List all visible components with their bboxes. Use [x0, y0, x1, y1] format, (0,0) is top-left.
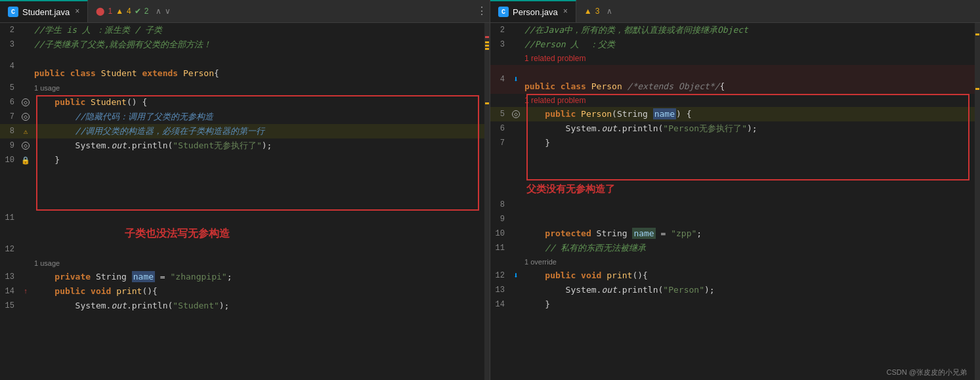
tab-label-person: Person.java: [513, 7, 558, 17]
right-line-14-content: }: [522, 297, 550, 312]
related-problem-inline: 1 related problem: [490, 94, 975, 107]
code-line-7: 7 ◇ //隐藏代码：调用了父类的无参构造: [0, 110, 484, 124]
right-line-7-content: }: [522, 136, 550, 150]
right-code-line-2: 2 //在Java中，所有的类，都默认直接或者间接继承Object: [490, 23, 975, 37]
code-line-8: 8 ⚠ //调用父类的构造器，必须在子类构造器的第一行: [0, 124, 484, 138]
tab-person-java[interactable]: C Person.java ×: [490, 0, 576, 22]
line-4-content: public class Student extends Person{: [32, 52, 219, 81]
right-line-3-content: //Person 人 ：父类: [522, 37, 615, 52]
code-line-13: 13 private String name = "zhangpipi";: [0, 270, 484, 284]
code-line-15: 15 System.out.println("Student");: [0, 299, 484, 313]
right-code-line-7: 7 }: [490, 136, 975, 150]
code-line-14: 14 ↑ public void print(){: [0, 284, 484, 299]
csdn-watermark: CSDN @张皮皮的小兄弟: [887, 368, 967, 377]
gutter-icon-r5: ◇: [512, 110, 520, 118]
right-code-line-10: 10 protected String name = "zpp";: [490, 226, 975, 241]
code-line-5-usage: 5 1 usage: [0, 81, 484, 95]
code-line-9: 9 ◇ System.out.println("Student无参执行了");: [0, 138, 484, 153]
no-constructor-msg: 父类没有无参构造了: [490, 180, 975, 198]
line-6-content: public Student() {: [32, 95, 147, 110]
right-line-6-content: System.out.println("Person无参执行了");: [522, 121, 757, 136]
right-line-12-content: public void print(){: [522, 268, 648, 283]
right-code-line-5: 5 ◇ public Person(String name) {: [490, 107, 975, 121]
annotation-text-left: 子类也没法写无参构造: [0, 225, 484, 242]
line-9-content: System.out.println("Student无参执行了");: [32, 138, 272, 153]
right-line-10-content: protected String name = "zpp";: [522, 226, 702, 241]
tab-icon-person: C: [498, 7, 509, 17]
right-line-4-content: public class Person /*extends Object*/{: [522, 65, 725, 94]
code-line-4: 4 public class Student extends Person{: [0, 52, 484, 81]
gutter-up-14: ↑: [24, 287, 28, 295]
line-2-content: //学生 is 人 ：派生类 / 子类: [32, 23, 162, 37]
override-label: 1 override: [490, 255, 975, 268]
code-line-2: 2 //学生 is 人 ：派生类 / 子类: [0, 23, 484, 37]
gutter-icon-9: ◇: [22, 142, 30, 150]
usage-label-2: 1 usage: [32, 257, 60, 270]
code-line-11: 11: [0, 211, 484, 225]
editor-pane-student: 2 //学生 is 人 ：派生类 / 子类 3 //子类继承了父类,就会拥有父类…: [0, 23, 490, 380]
line-14-content: public void print(){: [32, 284, 158, 299]
line-13-content: private String name = "zhangpipi";: [32, 270, 232, 284]
related-problem-text-2: 1 related problem: [522, 96, 586, 105]
line-8-content: //调用父类的构造器，必须在子类构造器的第一行: [32, 124, 265, 138]
tab-close-person[interactable]: ×: [563, 7, 568, 16]
override-text: 1 override: [522, 258, 557, 266]
debug-arrow-4: ⬇: [513, 74, 519, 85]
line-7-content: //隐藏代码：调用了父类的无参构造: [32, 110, 213, 124]
right-line-13-content: System.out.println("Person");: [522, 283, 715, 297]
right-line-11-content: // 私有的东西无法被继承: [522, 241, 646, 255]
right-code-line-6: 6 System.out.println("Person无参执行了");: [490, 121, 975, 136]
right-code-line-14: 14 }: [490, 297, 975, 312]
usage-label-1: 1 usage: [32, 81, 60, 95]
related-problem-text-1: 1 related problem: [522, 54, 586, 63]
tab-icon-student: C: [8, 7, 18, 17]
gutter-icon-6: ◇: [22, 98, 30, 106]
line-15-content: System.out.println("Student");: [32, 299, 229, 313]
gutter-lock-10: 🔒: [21, 156, 30, 165]
tab-close-student[interactable]: ×: [75, 7, 79, 16]
right-code-line-13: 13 System.out.println("Person");: [490, 283, 975, 297]
tab-label-student: Student.java: [22, 7, 70, 17]
right-code-line-8: 8: [490, 198, 975, 212]
right-code-line-4: 4 ⬇ public class Person /*extends Object…: [490, 65, 975, 94]
error-badges-left: ⬤ 1 ▲ 4 ✔ 2 ∧ ∨: [88, 0, 179, 22]
right-line-5-content: public Person(String name) {: [522, 107, 692, 121]
error-badges-right: ▲ 3 ∧: [576, 0, 621, 22]
code-line-12: 12: [0, 242, 484, 257]
line-10-content: }: [32, 153, 60, 167]
tab-student-java[interactable]: C Student.java ×: [0, 0, 88, 22]
right-code-line-12: 12 ⬇ public void print(){: [490, 268, 975, 283]
editor-pane-person: 2 //在Java中，所有的类，都默认直接或者间接继承Object 3 //Pe…: [490, 23, 980, 380]
right-code-line-3: 3 //Person 人 ：父类: [490, 37, 975, 52]
line-3-content: //子类继承了父类,就会拥有父类的全部方法！: [32, 37, 211, 52]
right-code-line-11: 11 // 私有的东西无法被继承: [490, 241, 975, 255]
right-line-2-content: //在Java中，所有的类，都默认直接或者间接继承Object: [522, 23, 748, 37]
code-line-6: 6 ◇ public Student() {: [0, 95, 484, 110]
related-problem-header: 1 related problem: [490, 52, 975, 65]
gutter-warning-8: ⚠: [24, 127, 28, 136]
gutter-icon-7: ◇: [22, 113, 30, 121]
code-line-13-usage: 1 usage: [0, 257, 484, 270]
code-line-3: 3 //子类继承了父类,就会拥有父类的全部方法！: [0, 37, 484, 52]
code-line-10: 10 🔒 }: [0, 153, 484, 167]
scrollbar-right[interactable]: [975, 23, 980, 380]
debug-arrow-12: ⬇: [513, 270, 519, 281]
scrollbar-left[interactable]: [484, 23, 490, 380]
pane-divider-dots[interactable]: ⋮: [474, 0, 490, 22]
right-code-line-9: 9: [490, 212, 975, 226]
